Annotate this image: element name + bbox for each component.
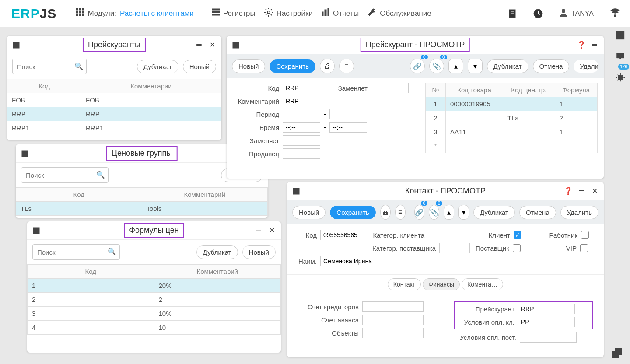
period-to-field[interactable] — [329, 109, 367, 119]
pay-terms-cust-field[interactable] — [518, 317, 575, 327]
pricelist-field[interactable] — [518, 304, 575, 314]
close-icon[interactable]: ✕ — [267, 226, 276, 235]
up-button[interactable]: ▴ — [444, 205, 454, 220]
table-row[interactable]: RRPRRP — [7, 107, 221, 121]
menu-registers[interactable]: Регистры — [212, 8, 256, 18]
client-checkbox[interactable]: ✓ — [514, 231, 522, 239]
cust-cat-field[interactable] — [428, 230, 458, 240]
new-button[interactable]: Новый — [292, 206, 326, 219]
table-row[interactable]: 310% — [28, 307, 281, 321]
table-row[interactable]: RRP1RRP1 — [7, 121, 221, 135]
file-attach-button[interactable]: 📎0 — [429, 205, 439, 220]
cancel-button[interactable]: Отмена — [533, 60, 570, 73]
doc-icon[interactable] — [508, 9, 517, 18]
table-row[interactable]: 2TLs2 — [426, 111, 598, 125]
table-row[interactable]: 410 — [28, 321, 281, 335]
table-row-new[interactable]: * — [426, 139, 598, 153]
close-icon[interactable]: ✕ — [590, 186, 599, 196]
down-button[interactable]: ▾ — [468, 59, 483, 74]
list-button[interactable]: ≡ — [395, 205, 406, 220]
right-rail — [611, 31, 630, 82]
print-button[interactable]: 🖨 — [320, 59, 335, 74]
close-icon[interactable]: ✕ — [207, 40, 217, 50]
help-icon[interactable]: ❓ — [577, 40, 586, 50]
table-row[interactable]: 1000000199051 — [426, 97, 598, 111]
menu-icon[interactable]: ═ — [577, 186, 586, 196]
menu-icon[interactable]: ═ — [254, 226, 263, 235]
windows-icon[interactable] — [612, 348, 622, 358]
open-external-icon[interactable] — [20, 149, 30, 158]
time-from-field[interactable] — [283, 122, 320, 133]
delete-button[interactable]: Удалить — [560, 206, 598, 219]
code-field[interactable] — [320, 230, 364, 240]
new-button[interactable]: Новый — [242, 245, 276, 259]
objects-field[interactable] — [362, 328, 424, 338]
open-external-icon[interactable] — [32, 226, 41, 235]
cred-account-field[interactable] — [362, 301, 424, 312]
search-input[interactable]: 🔍 — [32, 244, 120, 260]
tab-contact[interactable]: Контакт — [388, 278, 421, 290]
svg-rect-9 — [212, 9, 220, 10]
employee-checkbox[interactable] — [581, 231, 589, 239]
advance-account-field[interactable] — [362, 315, 424, 325]
module-active[interactable]: Расчёты с клиентами — [120, 9, 194, 18]
link-attach-button[interactable]: 🔗0 — [414, 205, 425, 220]
save-button[interactable]: Сохранить — [270, 60, 315, 73]
open-external-icon[interactable] — [616, 31, 625, 40]
tab-comments[interactable]: Комента… — [462, 278, 503, 290]
list-button[interactable]: ≡ — [339, 59, 354, 74]
down-button[interactable]: ▾ — [458, 205, 469, 220]
open-external-icon[interactable] — [11, 40, 21, 50]
save-button[interactable]: Сохранить — [330, 206, 376, 219]
table-row[interactable]: FOBFOB — [7, 93, 221, 107]
table-row[interactable]: 120% — [28, 279, 281, 293]
menu-settings[interactable]: Настройки — [264, 8, 313, 19]
replaces-field[interactable] — [283, 135, 320, 146]
help-icon[interactable]: ❓ — [564, 186, 573, 196]
file-attach-button[interactable]: 📎0 — [429, 59, 444, 74]
duplicate-button[interactable]: Дубликат — [196, 245, 238, 259]
duplicate-button[interactable]: Дубликат — [487, 60, 528, 73]
cancel-button[interactable]: Отмена — [519, 206, 556, 219]
open-external-icon[interactable] — [231, 40, 241, 50]
up-button[interactable]: ▴ — [448, 59, 463, 74]
time-to-field[interactable] — [329, 122, 367, 133]
print-button[interactable]: 🖨 — [380, 205, 391, 220]
link-attach-button[interactable]: 🔗0 — [410, 59, 425, 74]
table-row[interactable]: 22 — [28, 293, 281, 307]
pay-terms-sup-field[interactable] — [520, 332, 577, 343]
new-button[interactable]: Новый — [232, 60, 265, 73]
menu-reports[interactable]: Отчёты — [322, 8, 359, 18]
code-field[interactable] — [283, 83, 320, 93]
search-field[interactable] — [21, 167, 108, 183]
delete-button[interactable]: Удали — [574, 60, 598, 73]
name-field[interactable] — [320, 256, 565, 266]
duplicate-button[interactable]: Дубликат — [137, 60, 178, 74]
menu-modules[interactable]: Модули: Расчёты с клиентами — [76, 8, 194, 18]
user-menu[interactable]: TANYA — [559, 8, 594, 19]
search-input[interactable]: 🔍 — [21, 167, 108, 183]
new-button[interactable]: Новый — [183, 60, 216, 74]
clock-icon[interactable] — [533, 9, 543, 18]
search-input[interactable]: 🔍 — [12, 59, 87, 74]
table-row[interactable]: 3AA111 — [426, 125, 598, 139]
search-field[interactable] — [32, 244, 120, 260]
comment-field[interactable] — [283, 96, 405, 106]
attach-count: 0 — [421, 55, 428, 60]
seller-field[interactable] — [283, 148, 320, 159]
menu-icon[interactable]: ═ — [590, 40, 599, 50]
period-from-field[interactable] — [283, 109, 320, 119]
supplier-checkbox[interactable] — [513, 244, 521, 252]
tab-finance[interactable]: Финансы — [423, 278, 460, 290]
duplicate-button[interactable]: Дубликат — [473, 206, 515, 219]
inbox-icon[interactable] — [616, 52, 625, 61]
replaces-top-field[interactable] — [371, 83, 409, 93]
menu-maintenance[interactable]: Обслуживание — [368, 8, 431, 19]
menu-icon[interactable]: ═ — [194, 40, 204, 50]
sup-cat-field[interactable] — [439, 243, 470, 253]
vip-checkbox[interactable] — [580, 244, 588, 252]
open-external-icon[interactable] — [291, 186, 301, 196]
table-row[interactable]: TLsTools — [16, 202, 268, 216]
bug-icon[interactable] — [616, 73, 625, 82]
svg-point-20 — [562, 9, 565, 13]
